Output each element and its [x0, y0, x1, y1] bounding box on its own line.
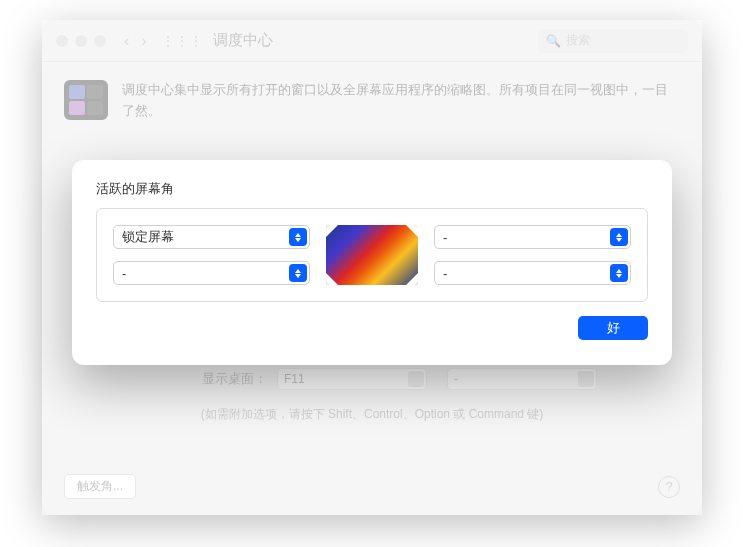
- corner-top-left-value: 锁定屏幕: [122, 228, 174, 246]
- corners-grid: 锁定屏幕 - - -: [96, 208, 648, 302]
- sheet-footer: 好: [96, 316, 648, 340]
- preview-corner-tr: [406, 225, 418, 237]
- chevron-updown-icon: [610, 264, 628, 282]
- sheet-title: 活跃的屏幕角: [96, 180, 648, 198]
- preview-corner-bl: [326, 273, 338, 285]
- screen-preview: [326, 225, 418, 285]
- preview-corner-br: [406, 273, 418, 285]
- chevron-updown-icon: [289, 228, 307, 246]
- hot-corners-sheet: 活跃的屏幕角 锁定屏幕 - - - 好: [72, 160, 672, 365]
- corner-top-right-select[interactable]: -: [434, 225, 631, 249]
- chevron-updown-icon: [610, 228, 628, 246]
- chevron-updown-icon: [289, 264, 307, 282]
- corner-bottom-right-value: -: [443, 266, 447, 281]
- corner-top-right-value: -: [443, 230, 447, 245]
- corner-bottom-left-value: -: [122, 266, 126, 281]
- preview-corner-tl: [326, 225, 338, 237]
- corner-bottom-left-select[interactable]: -: [113, 261, 310, 285]
- ok-button[interactable]: 好: [578, 316, 648, 340]
- corner-bottom-right-select[interactable]: -: [434, 261, 631, 285]
- corner-top-left-select[interactable]: 锁定屏幕: [113, 225, 310, 249]
